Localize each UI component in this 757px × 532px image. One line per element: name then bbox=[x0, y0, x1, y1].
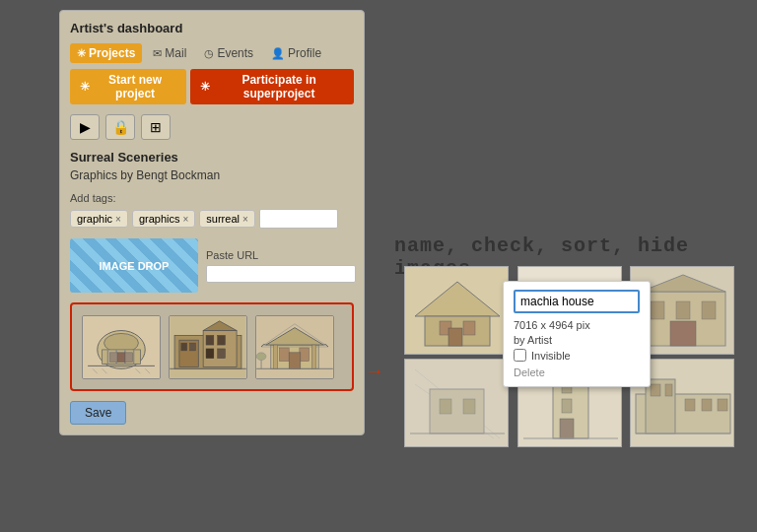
tag-graphic: graphic × bbox=[70, 210, 128, 228]
projects-icon: ✳ bbox=[77, 47, 86, 60]
image-detail-popup: 7016 x 4964 pix by Artist Invisible Dele… bbox=[503, 281, 651, 387]
tag-surreal-remove[interactable]: × bbox=[242, 214, 248, 225]
image-name-input[interactable] bbox=[514, 290, 640, 313]
project-subtitle: Graphics by Bengt Bockman bbox=[70, 168, 354, 182]
image-size-info: 7016 x 4964 pix bbox=[514, 319, 640, 331]
events-icon: ◷ bbox=[204, 47, 214, 60]
svg-rect-64 bbox=[430, 389, 484, 433]
svg-rect-73 bbox=[560, 419, 574, 438]
svg-rect-21 bbox=[181, 343, 187, 351]
save-button[interactable]: Save bbox=[70, 401, 126, 425]
url-input[interactable] bbox=[206, 265, 356, 283]
gallery-image-2[interactable] bbox=[169, 315, 247, 379]
dashboard-panel: Artist's dashboard ✳ Projects ✉ Mail ◷ E… bbox=[59, 10, 365, 435]
svg-rect-10 bbox=[117, 352, 125, 362]
svg-rect-78 bbox=[651, 384, 660, 396]
star-icon-1: ✳ bbox=[80, 80, 90, 94]
panel-title: Artist's dashboard bbox=[70, 21, 354, 35]
tag-surreal: surreal × bbox=[199, 210, 254, 228]
svg-point-39 bbox=[256, 352, 266, 360]
grid-tool-button[interactable]: ⊞ bbox=[141, 114, 171, 140]
participate-superproject-button[interactable]: ✳ Participate in superproject bbox=[190, 69, 354, 104]
svg-rect-81 bbox=[702, 399, 712, 411]
invisible-label: Invisible bbox=[531, 350, 571, 362]
arrow-indicator: → bbox=[365, 360, 384, 382]
toolbar: ▶ 🔒 ⊞ bbox=[70, 114, 354, 140]
svg-rect-59 bbox=[702, 301, 716, 319]
svg-rect-45 bbox=[448, 328, 462, 346]
svg-rect-80 bbox=[685, 399, 695, 411]
svg-rect-34 bbox=[279, 347, 289, 361]
tag-graphic-remove[interactable]: × bbox=[115, 214, 121, 225]
tags-row: graphic × graphics × surreal × bbox=[70, 209, 354, 229]
grid-image-4[interactable] bbox=[404, 359, 509, 447]
svg-rect-66 bbox=[463, 399, 475, 414]
image-drop-area[interactable]: IMAGE DROP bbox=[70, 238, 198, 293]
action-buttons: ✳ Start new project ✳ Participate in sup… bbox=[70, 69, 354, 104]
play-tool-button[interactable]: ▶ bbox=[70, 114, 100, 140]
tags-label: Add tags: bbox=[70, 192, 354, 204]
svg-rect-25 bbox=[206, 348, 214, 358]
tab-projects[interactable]: ✳ Projects bbox=[70, 43, 142, 63]
mail-icon: ✉ bbox=[153, 47, 162, 60]
profile-icon: 👤 bbox=[271, 47, 285, 60]
lock-tool-button[interactable]: 🔒 bbox=[105, 114, 135, 140]
svg-rect-24 bbox=[218, 335, 226, 345]
tag-input[interactable] bbox=[259, 209, 338, 229]
svg-rect-65 bbox=[440, 399, 451, 414]
tab-events[interactable]: ◷ Events bbox=[197, 43, 260, 63]
svg-rect-82 bbox=[718, 399, 727, 411]
gallery-image-3[interactable] bbox=[255, 315, 334, 379]
gallery-image-1[interactable] bbox=[82, 315, 161, 379]
image-gallery bbox=[70, 302, 354, 391]
svg-rect-35 bbox=[300, 347, 310, 361]
svg-rect-79 bbox=[665, 384, 672, 396]
svg-rect-60 bbox=[670, 321, 696, 346]
tag-graphics: graphics × bbox=[132, 210, 195, 228]
tab-mail[interactable]: ✉ Mail bbox=[146, 43, 193, 63]
grid-image-1[interactable] bbox=[404, 266, 509, 355]
url-row: IMAGE DROP Paste URL bbox=[70, 238, 354, 293]
svg-rect-36 bbox=[289, 352, 301, 367]
svg-rect-32 bbox=[274, 345, 278, 368]
svg-rect-58 bbox=[676, 301, 690, 319]
svg-rect-9 bbox=[125, 352, 133, 362]
project-title: Surreal Sceneries bbox=[70, 150, 354, 165]
paste-url-label: Paste URL bbox=[206, 249, 356, 261]
star-icon-2: ✳ bbox=[200, 80, 210, 94]
url-section: Paste URL bbox=[206, 249, 356, 283]
image-author-info: by Artist bbox=[514, 334, 640, 346]
svg-rect-23 bbox=[206, 335, 214, 345]
nav-tabs: ✳ Projects ✉ Mail ◷ Events 👤 Profile bbox=[70, 43, 354, 63]
svg-rect-72 bbox=[562, 399, 572, 413]
invisible-checkbox[interactable] bbox=[514, 349, 526, 362]
tag-graphics-remove[interactable]: × bbox=[183, 214, 189, 225]
start-new-project-button[interactable]: ✳ Start new project bbox=[70, 69, 186, 104]
svg-rect-26 bbox=[218, 348, 226, 358]
svg-rect-33 bbox=[311, 345, 315, 368]
tab-profile[interactable]: 👤 Profile bbox=[264, 43, 328, 63]
invisible-row: Invisible bbox=[514, 349, 640, 362]
svg-rect-57 bbox=[651, 301, 664, 319]
svg-rect-44 bbox=[463, 321, 475, 335]
svg-rect-22 bbox=[190, 343, 196, 351]
svg-rect-8 bbox=[109, 352, 117, 362]
delete-button[interactable]: Delete bbox=[514, 366, 640, 378]
